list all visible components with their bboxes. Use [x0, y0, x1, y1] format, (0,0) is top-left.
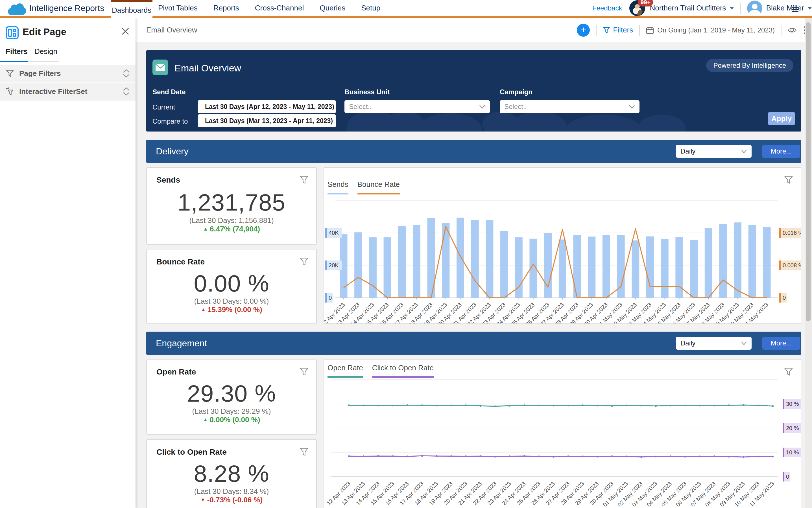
panel-item-interactive-filterset[interactable]: Interactive FilterSet [0, 83, 135, 100]
bar-08 May 2023[interactable] [719, 224, 727, 298]
bar-14 Apr 2023[interactable] [369, 237, 377, 298]
filters-button[interactable]: Filters [603, 26, 633, 34]
delivery-more-button[interactable]: More... [762, 145, 800, 158]
app-title: Intelligence Reports [29, 0, 104, 16]
compare-date-input[interactable]: Last 30 Days (Mar 13, 2023 - Apr 11, 202… [198, 114, 336, 127]
svg-text:0: 0 [783, 295, 786, 301]
bar-07 May 2023[interactable] [705, 228, 712, 298]
bar-20 Apr 2023[interactable] [456, 218, 464, 298]
scrollbar-thumb[interactable] [806, 22, 811, 322]
business-unit-value: Select.. [349, 103, 372, 111]
campaign-label: Campaign [500, 88, 532, 96]
powered-by-badge[interactable]: Powered By Intelligence [706, 59, 794, 72]
svg-text:0.008 %: 0.008 % [783, 262, 801, 268]
view-eye-icon[interactable] [788, 27, 797, 34]
delivery-bar-line-chart[interactable]: 12 Apr 202313 Apr 202314 Apr 202315 Apr … [324, 168, 801, 324]
engagement-frequency-select[interactable]: Daily [676, 337, 752, 350]
toolbar-divider [781, 25, 781, 36]
panel-item-page-filters[interactable]: Page Filters [0, 65, 135, 82]
reorder-chevrons-icon[interactable] [123, 69, 130, 78]
bar-16 Apr 2023[interactable] [398, 226, 406, 298]
bar-15 Apr 2023[interactable] [384, 237, 391, 298]
bar-23 Apr 2023[interactable] [500, 231, 508, 298]
bar-30 Apr 2023[interactable] [603, 235, 610, 298]
frequency-value: Daily [681, 339, 695, 347]
compare-label: Compare to [153, 117, 188, 125]
bar-17 Apr 2023[interactable] [413, 225, 420, 298]
funnel-icon[interactable] [299, 447, 309, 457]
bar-21 Apr 2023[interactable] [471, 220, 479, 298]
nav-tab-setup[interactable]: Setup [361, 4, 380, 12]
engagement-chart-card: Open Rate Click to Open Rate 12 Apr 2023… [324, 359, 801, 508]
bounce-rate-kpi-card: Bounce Rate 0.00 % (Last 30 Days: 0.00 %… [146, 249, 317, 324]
svg-text:0: 0 [786, 474, 789, 480]
bar-09 May 2023[interactable] [734, 222, 741, 298]
click-to-open-kpi-card: Click to Open Rate 8.28 % (Last 30 Days:… [146, 439, 317, 508]
funnel-icon[interactable] [299, 175, 309, 184]
bar-10 May 2023[interactable] [748, 225, 756, 298]
filters-label: Filters [613, 26, 633, 34]
toolbar-divider [639, 25, 640, 36]
nav-tab-dashboards[interactable]: Dashboards [111, 0, 153, 18]
reorder-chevrons-icon[interactable] [123, 87, 130, 96]
section-title: Engagement [156, 338, 676, 348]
nav-tab-cross-channel[interactable]: Cross-Channel [255, 4, 304, 12]
bar-06 May 2023[interactable] [690, 240, 698, 298]
line-Click to Open Rate[interactable] [349, 456, 773, 457]
engagement-section-bar: Engagement Daily More... [146, 332, 801, 355]
email-overview-header: Email Overview Powered By Intelligence S… [146, 50, 801, 131]
panel-item-label: Page Filters [19, 69, 123, 78]
add-widget-button[interactable]: + [577, 24, 590, 37]
bar-27 Apr 2023[interactable] [559, 240, 566, 298]
current-date-input[interactable]: Last 30 Days (Apr 12, 2023 - May 11, 202… [198, 100, 336, 113]
panel-title: Edit Page [23, 26, 66, 37]
trend-arrow-icon: ▼ [200, 497, 206, 503]
tab-filters[interactable]: Filters [6, 47, 28, 56]
kpi-delta: ▲0.00% (0.00 %) [147, 415, 316, 424]
delivery-frequency-select[interactable]: Daily [676, 145, 752, 158]
toolbar-divider [596, 25, 597, 36]
notification-badge[interactable]: 99+ [638, 0, 653, 6]
page-scrollbar[interactable] [805, 18, 812, 508]
bar-02 May 2023[interactable] [632, 241, 639, 298]
bar-22 Apr 2023[interactable] [486, 220, 493, 298]
global-date-range[interactable]: On Going (Jan 1, 2019 - May 11, 2023) [646, 26, 775, 34]
bar-04 May 2023[interactable] [661, 239, 668, 298]
breadcrumb[interactable]: Email Overview [146, 18, 197, 42]
apply-button[interactable]: Apply [768, 112, 795, 125]
tab-design[interactable]: Design [34, 47, 57, 56]
hamburger-menu-icon[interactable] [792, 7, 799, 12]
bar-13 Apr 2023[interactable] [354, 232, 362, 298]
feedback-link[interactable]: Feedback [592, 4, 622, 12]
funnel-icon [6, 69, 14, 78]
bar-29 Apr 2023[interactable] [588, 237, 596, 298]
navbar-divider [740, 3, 741, 14]
business-unit-select[interactable]: Select.. [344, 100, 490, 113]
close-icon[interactable] [121, 27, 129, 35]
bar-11 May 2023[interactable] [763, 227, 771, 298]
funnel-icon[interactable] [299, 257, 309, 266]
send-date-label: Send Date [153, 88, 186, 96]
bar-19 Apr 2023[interactable] [442, 223, 449, 298]
bar-28 Apr 2023[interactable] [573, 235, 581, 298]
user-avatar[interactable] [747, 1, 762, 16]
campaign-select[interactable]: Select.. [500, 100, 640, 113]
org-caret-icon[interactable] [730, 7, 734, 10]
funnel-icon[interactable] [299, 367, 309, 377]
user-caret-icon[interactable] [808, 7, 812, 10]
bar-03 May 2023[interactable] [646, 237, 654, 298]
kpi-subtitle: (Last 30 Days: 8.34 %) [147, 487, 316, 496]
kpi-value: 8.28 % [147, 460, 316, 488]
line-Bounce Rate[interactable] [343, 227, 767, 298]
org-selector[interactable]: Northern Trail Outfitters [650, 4, 726, 12]
bar-26 Apr 2023[interactable] [544, 233, 552, 298]
section-title: Delivery [156, 146, 676, 157]
nav-tab-queries[interactable]: Queries [320, 4, 345, 12]
engagement-line-chart[interactable]: 12 Apr 202313 Apr 202314 Apr 202315 Apr … [324, 359, 801, 508]
nav-tabs: Pivot Tables Reports Cross-Channel Queri… [158, 0, 380, 16]
nav-tab-pivot-tables[interactable]: Pivot Tables [158, 4, 198, 12]
line-Open Rate[interactable] [349, 405, 773, 406]
kpi-title: Bounce Rate [156, 257, 205, 266]
engagement-more-button[interactable]: More... [762, 337, 800, 350]
nav-tab-reports[interactable]: Reports [213, 4, 239, 12]
